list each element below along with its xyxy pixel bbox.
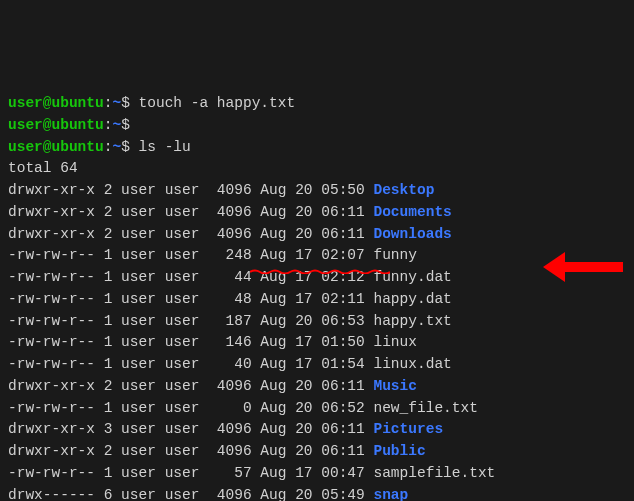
listing-row: -rw-rw-r-- 1 user user 40 Aug 17 01:54 l…	[8, 354, 626, 376]
prompt-user: user	[8, 117, 43, 133]
file-metadata: -rw-rw-r-- 1 user user 146 Aug 17 01:50	[8, 334, 373, 350]
command-line-2: user@ubuntu:~$	[8, 115, 626, 137]
listing-row: -rw-rw-r-- 1 user user 57 Aug 17 00:47 s…	[8, 463, 626, 485]
prompt-dollar: $	[121, 139, 130, 155]
terminal-output[interactable]: user@ubuntu:~$ touch -a happy.txtuser@ub…	[8, 93, 626, 501]
file-name: samplefile.txt	[373, 465, 495, 481]
file-name: happy.dat	[373, 291, 451, 307]
prompt-user: user	[8, 95, 43, 111]
listing-row: drwx------ 6 user user 4096 Aug 20 05:49…	[8, 485, 626, 502]
prompt-path: ~	[112, 117, 121, 133]
listing-row: -rw-rw-r-- 1 user user 187 Aug 20 06:53 …	[8, 311, 626, 333]
file-metadata: drwxr-xr-x 2 user user 4096 Aug 20 06:11	[8, 378, 373, 394]
prompt-at: @	[43, 95, 52, 111]
file-name: Downloads	[373, 226, 451, 242]
command-line-1: user@ubuntu:~$ touch -a happy.txt	[8, 93, 626, 115]
file-metadata: drwx------ 6 user user 4096 Aug 20 05:49	[8, 487, 373, 502]
prompt-dollar: $	[121, 117, 130, 133]
listing-row: -rw-rw-r-- 1 user user 0 Aug 20 06:52 ne…	[8, 398, 626, 420]
listing-row: drwxr-xr-x 2 user user 4096 Aug 20 06:11…	[8, 441, 626, 463]
file-name: Music	[373, 378, 417, 394]
prompt-host: ubuntu	[52, 117, 104, 133]
command-text: touch -a happy.txt	[130, 95, 295, 111]
file-metadata: drwxr-xr-x 2 user user 4096 Aug 20 06:11	[8, 226, 373, 242]
listing-row: drwxr-xr-x 2 user user 4096 Aug 20 06:11…	[8, 224, 626, 246]
file-metadata: -rw-rw-r-- 1 user user 57 Aug 17 00:47	[8, 465, 373, 481]
file-name: linux	[373, 334, 417, 350]
file-name: happy.txt	[373, 313, 451, 329]
file-metadata: drwxr-xr-x 2 user user 4096 Aug 20 05:50	[8, 182, 373, 198]
file-name: new_file.txt	[373, 400, 477, 416]
prompt-host: ubuntu	[52, 139, 104, 155]
prompt-at: @	[43, 139, 52, 155]
listing-row: drwxr-xr-x 2 user user 4096 Aug 20 06:11…	[8, 376, 626, 398]
prompt-at: @	[43, 117, 52, 133]
file-metadata: -rw-rw-r-- 1 user user 48 Aug 17 02:11	[8, 291, 373, 307]
file-name: linux.dat	[373, 356, 451, 372]
prompt-path: ~	[112, 139, 121, 155]
listing-row: -rw-rw-r-- 1 user user 248 Aug 17 02:07 …	[8, 245, 626, 267]
file-metadata: drwxr-xr-x 2 user user 4096 Aug 20 06:11	[8, 443, 373, 459]
prompt-path: ~	[112, 95, 121, 111]
file-name: Public	[373, 443, 425, 459]
listing-row: -rw-rw-r-- 1 user user 146 Aug 17 01:50 …	[8, 332, 626, 354]
file-metadata: -rw-rw-r-- 1 user user 0 Aug 20 06:52	[8, 400, 373, 416]
file-name: Documents	[373, 204, 451, 220]
listing-row: drwxr-xr-x 2 user user 4096 Aug 20 06:11…	[8, 202, 626, 224]
total-line: total 64	[8, 158, 626, 180]
annotation-underline	[250, 269, 390, 274]
prompt-dollar: $	[121, 95, 130, 111]
file-metadata: drwxr-xr-x 2 user user 4096 Aug 20 06:11	[8, 204, 373, 220]
file-name: Pictures	[373, 421, 443, 437]
file-name: snap	[373, 487, 408, 502]
file-metadata: -rw-rw-r-- 1 user user 187 Aug 20 06:53	[8, 313, 373, 329]
file-metadata: drwxr-xr-x 3 user user 4096 Aug 20 06:11	[8, 421, 373, 437]
file-metadata: -rw-rw-r-- 1 user user 40 Aug 17 01:54	[8, 356, 373, 372]
command-text: ls -lu	[130, 139, 191, 155]
annotation-arrow	[543, 252, 623, 282]
prompt-host: ubuntu	[52, 95, 104, 111]
prompt-user: user	[8, 139, 43, 155]
command-line-3: user@ubuntu:~$ ls -lu	[8, 137, 626, 159]
listing-row: drwxr-xr-x 2 user user 4096 Aug 20 05:50…	[8, 180, 626, 202]
file-name: funny	[373, 247, 417, 263]
file-metadata: -rw-rw-r-- 1 user user 248 Aug 17 02:07	[8, 247, 373, 263]
listing-row: drwxr-xr-x 3 user user 4096 Aug 20 06:11…	[8, 419, 626, 441]
listing-row: -rw-rw-r-- 1 user user 48 Aug 17 02:11 h…	[8, 289, 626, 311]
file-name: Desktop	[373, 182, 434, 198]
